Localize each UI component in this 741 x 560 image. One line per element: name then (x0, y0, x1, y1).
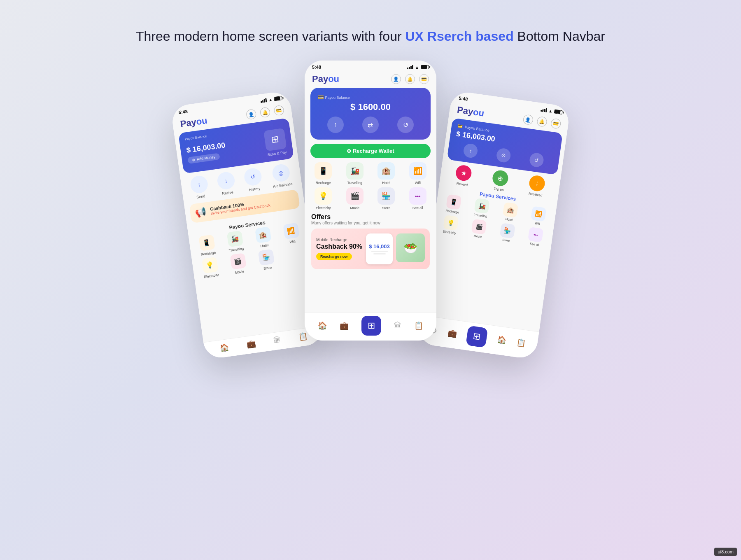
rsvc-movie[interactable]: 🎬 Movie (464, 218, 493, 240)
status-bar-center: 5:48 ▲ (305, 61, 436, 71)
watermark: ui8.com (714, 548, 737, 556)
headline-text-before: Three modern home screen variants with f… (136, 29, 405, 44)
service-store-left[interactable]: 🏪 Store (252, 248, 281, 272)
action-scan-right[interactable]: ⊙ (496, 147, 511, 163)
electricity-icon-left: 💡 (201, 257, 218, 274)
action-reward[interactable]: ★ Reward (454, 164, 473, 187)
bottom-nav-left: 🏠 💼 🏛 📋 (203, 326, 324, 360)
rsvc-seeall[interactable]: ••• See all (521, 226, 550, 248)
svc-wifi-c[interactable]: 📶 Wifi (403, 162, 433, 185)
phone-center-screen: 5:48 ▲ Payou 👤 (305, 61, 436, 341)
service-recharge-left[interactable]: 📱 Recharge (193, 234, 221, 257)
headline: Three modern home screen variants with f… (136, 29, 605, 44)
bell-icon-left[interactable]: 🔔 (259, 107, 270, 118)
nav-qr-center[interactable]: ⊞ (361, 316, 381, 336)
svc-movie-c[interactable]: 🎬 Movie (340, 187, 370, 210)
logo-ou-center: ou (328, 74, 339, 84)
rsvc-electricity[interactable]: 💡 Electricity (436, 214, 465, 236)
action-btns-center: ↑ ⇄ ↺ (318, 117, 423, 133)
bell-icon-center[interactable]: 🔔 (405, 74, 415, 84)
nav-home-left[interactable]: 🏠 (219, 343, 230, 353)
balance-card-center: 💳 Payou Balance $ 1600.00 ↑ ⇄ ↺ (310, 88, 431, 140)
nav-wallet-nav-right[interactable]: 💼 (447, 328, 457, 338)
movie-icon-left: 🎬 (230, 253, 247, 270)
logo-pay-left: Pay (179, 117, 197, 129)
svc-electricity-c[interactable]: 💡 Electricity (309, 187, 338, 210)
rsvc-wifi[interactable]: 📶 Wifi (524, 205, 553, 227)
qa-history[interactable]: ↺ History (243, 167, 263, 192)
rsvc-recharge[interactable]: 📱 Recharge (439, 193, 468, 215)
qa-receive[interactable]: ↓ Recive (216, 171, 236, 196)
profile-icon-left[interactable]: 👤 (246, 109, 257, 120)
action-history-center[interactable]: ↺ (397, 117, 414, 133)
qa-send[interactable]: ↑ Send (189, 175, 210, 200)
profile-icon-center[interactable]: 👤 (391, 74, 401, 84)
battery-center (421, 65, 429, 69)
action-transfer-center[interactable]: ⇄ (362, 117, 379, 133)
nav-wallet-center[interactable]: 💼 (340, 321, 349, 330)
action-topup[interactable]: ⊕ Top up (491, 169, 509, 192)
time-left: 5:48 (178, 109, 188, 115)
status-icons-right: ▲ (541, 107, 563, 114)
wallet-icon-center[interactable]: 💳 (419, 74, 429, 84)
nav-home-right[interactable]: 🏠 (496, 335, 507, 345)
nav-doc-center[interactable]: 📋 (414, 321, 423, 330)
battery-right (554, 109, 563, 114)
balance-amount-left: $ 16,003.00 (186, 141, 226, 155)
balance-row-center: $ 1600.00 (318, 102, 423, 112)
recharge-icon-left: 📱 (198, 234, 215, 251)
action-received[interactable]: ↓ Received (527, 175, 546, 198)
bottom-nav-center: 🏠 💼 ⊞ 🏛 📋 (305, 312, 436, 341)
header-icons-right: 👤 🔔 💳 (522, 114, 561, 129)
action-send-center[interactable]: ↑ (327, 117, 344, 133)
offer-card[interactable]: Mobile Recharge Cashback 90% Reacharge n… (311, 229, 430, 269)
balance-label-center: 💳 Payou Balance (318, 94, 423, 100)
rsvc-hotel[interactable]: 🏨 Hotel (495, 201, 524, 223)
phone-left-screen: 5:48 ▲ Payou 👤 (170, 90, 324, 359)
svc-seeall-c[interactable]: ••• See all (403, 187, 433, 210)
rsvc-travel[interactable]: 🚂 Travelling (467, 197, 496, 219)
header-icons-center: 👤 🔔 💳 (391, 74, 429, 84)
service-electricity-left[interactable]: 💡 Electricity (196, 256, 224, 280)
nav-bank-center[interactable]: 🏛 (394, 322, 401, 330)
wallet-icon-left[interactable]: 💳 (273, 105, 284, 116)
service-wifi-left[interactable]: 📶 Wifi (277, 222, 305, 245)
recharge-wallet-btn[interactable]: ⊕ Recharge Wallet (310, 144, 431, 158)
time-right: 5:48 (459, 96, 468, 102)
service-travel-left[interactable]: 🚂 Travelling (221, 230, 249, 253)
qr-icon-left[interactable]: ⊞ (263, 128, 287, 151)
phone-center: 5:48 ▲ Payou 👤 (305, 61, 436, 341)
nav-home-center[interactable]: 🏠 (318, 321, 327, 330)
services-grid-center: 📱 Recharge 🚂 Travelling 🏨 Hotel 📶 Wifi 💡 (305, 162, 436, 210)
nav-wallet-nav-left[interactable]: 💼 (246, 339, 256, 349)
offer-card-title: Mobile Recharge (316, 238, 362, 242)
action-history-right[interactable]: ↺ (529, 152, 544, 168)
header-icons-left: 👤 🔔 💳 (246, 105, 284, 120)
bell-icon-right[interactable]: 🔔 (536, 116, 548, 127)
qa-balance[interactable]: ◎ A/c Balance (270, 163, 293, 189)
svc-store-c[interactable]: 🏪 Store (372, 187, 401, 210)
nav-doc-right[interactable]: 📋 (516, 338, 526, 348)
logo-pay-center: Pay (312, 74, 328, 84)
nav-qr-right[interactable]: ⊞ (466, 325, 488, 348)
travel-icon-left: 🚂 (226, 231, 243, 247)
wallet-icon-right[interactable]: 💳 (550, 118, 562, 129)
action-send-right[interactable]: ↑ (463, 143, 478, 159)
transfer-circle-center: ⇄ (362, 117, 379, 133)
wifi-icon-center: ▲ (415, 65, 419, 70)
qa-history-label: History (249, 186, 261, 192)
service-hotel-left[interactable]: 🏨 Hotel (249, 226, 277, 249)
svc-hotel-c[interactable]: 🏨 Hotel (372, 162, 401, 185)
phones-container: 5:48 ▲ Payou 👤 (185, 69, 556, 349)
svc-travel-c[interactable]: 🚂 Travelling (340, 162, 370, 185)
nav-bank-left[interactable]: 🏛 (273, 336, 282, 345)
service-movie-left[interactable]: 🎬 Movie (224, 252, 252, 275)
add-money-btn-left[interactable]: ⊕ Add Money (187, 153, 220, 164)
rsvc-store[interactable]: 🏪 Store (492, 222, 522, 244)
nav-doc-left[interactable]: 📋 (298, 331, 308, 342)
wifi-icon-left: ▲ (268, 97, 273, 102)
svc-recharge-c[interactable]: 📱 Recharge (309, 162, 338, 185)
offer-card-btn[interactable]: Reacharge now (316, 253, 352, 260)
profile-icon-right[interactable]: 👤 (522, 114, 534, 125)
headline-highlight: UX Rserch based (405, 29, 513, 44)
